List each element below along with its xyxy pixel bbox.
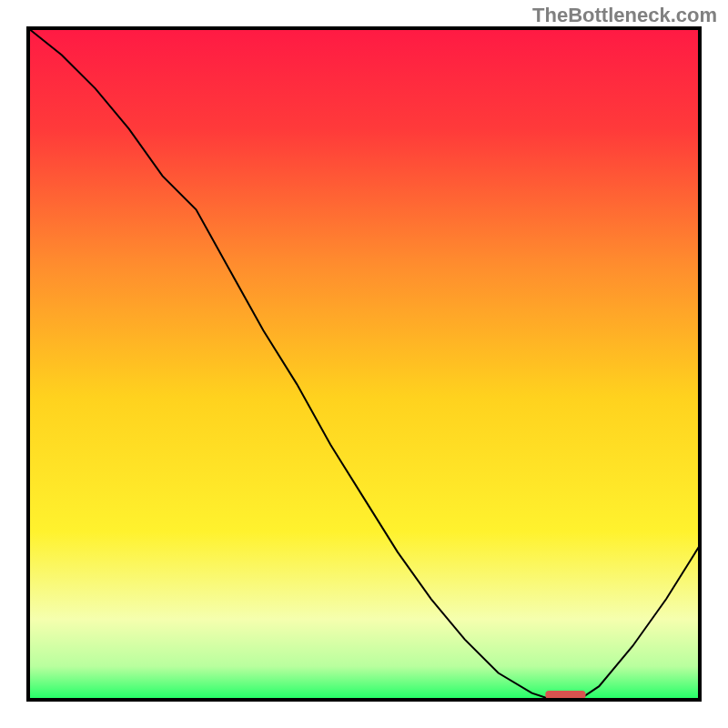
bottleneck-chart [0,0,728,728]
optimal-marker [545,691,585,699]
watermark-label: TheBottleneck.com [532,4,717,27]
chart-container: TheBottleneck.com [0,0,728,728]
